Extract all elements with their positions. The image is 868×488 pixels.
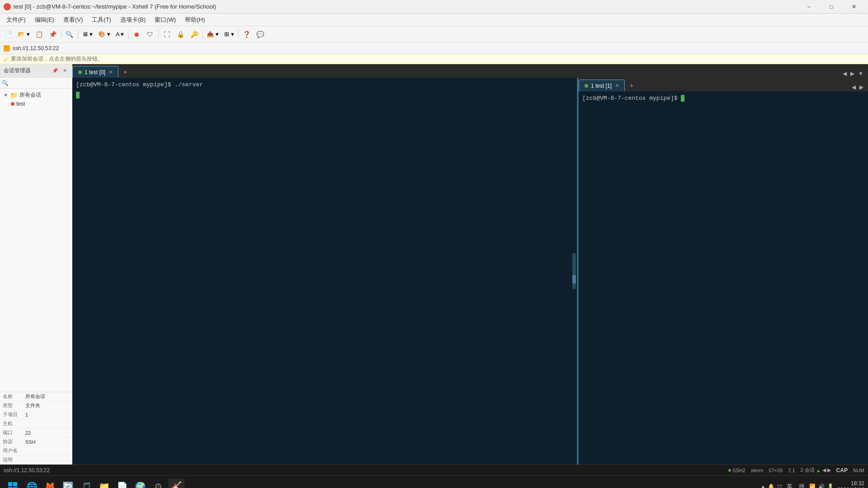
close-button[interactable]: ✕ bbox=[844, 0, 864, 14]
tree-group-header[interactable]: ▼ 📁 所有会话 bbox=[2, 90, 70, 100]
tray-lang-eng[interactable]: 英 bbox=[785, 482, 794, 488]
taskbar-explorer-icon[interactable]: 🌍 bbox=[132, 479, 148, 488]
window-controls: − □ ✕ bbox=[798, 0, 864, 14]
sidebar-header: 会话管理器 📌 ✕ bbox=[0, 64, 72, 78]
menu-edit[interactable]: 编辑(E) bbox=[30, 14, 59, 26]
minimize-button[interactable]: − bbox=[798, 0, 819, 14]
taskbar-xshell-icon[interactable]: 🎸 bbox=[168, 479, 184, 488]
paste-button[interactable]: 📌 bbox=[47, 28, 59, 41]
taskbar-pdf-icon[interactable]: 📄 bbox=[114, 479, 130, 488]
sidebar-close-button[interactable]: ✕ bbox=[61, 67, 68, 74]
ssh-status-dot bbox=[728, 469, 731, 472]
tray-lang-pinyin[interactable]: 拼 bbox=[797, 482, 807, 488]
info-value-child: 1 bbox=[23, 410, 72, 419]
info-label-proto: 协议 bbox=[0, 437, 23, 446]
tray-network-icon[interactable]: 🔔 bbox=[768, 483, 774, 488]
info-row-child: 子项目1 bbox=[0, 410, 72, 419]
session-status-dot bbox=[11, 102, 14, 106]
left-scrollbar[interactable] bbox=[572, 253, 576, 289]
restore-button[interactable]: □ bbox=[821, 0, 842, 14]
lock-button[interactable]: 🔒 bbox=[174, 28, 187, 41]
menu-help[interactable]: 帮助(H) bbox=[180, 14, 209, 26]
tab-right-active[interactable]: 1 test [1] ✕ bbox=[579, 80, 625, 91]
key-button[interactable]: 🔑 bbox=[188, 28, 200, 41]
chat-button[interactable]: 💬 bbox=[254, 28, 267, 41]
status-ssh-text: ssh://1.12.50.53:22 bbox=[4, 467, 50, 474]
right-tab-nav-buttons: ◀ ▶ bbox=[851, 83, 868, 91]
font-dropdown[interactable]: A ▾ bbox=[113, 28, 127, 41]
tray-wifi-icon[interactable]: 📶 bbox=[809, 483, 816, 488]
help-button[interactable]: ❓ bbox=[241, 28, 253, 41]
tab-nav-dropdown[interactable]: ▼ bbox=[857, 70, 864, 78]
menu-window[interactable]: 窗口(W) bbox=[150, 14, 180, 26]
taskbar-refresh-icon[interactable]: 🔄 bbox=[60, 479, 76, 488]
sidebar-controls: 📌 ✕ bbox=[51, 67, 68, 74]
taskbar-folder-icon[interactable]: 📁 bbox=[96, 479, 112, 488]
right-tab-nav-left[interactable]: ◀ bbox=[851, 83, 857, 91]
terminal-left-command: ./server bbox=[171, 81, 203, 88]
tray-expand[interactable]: ▲ bbox=[761, 484, 765, 488]
tab-right-close[interactable]: ✕ bbox=[615, 83, 619, 88]
system-tray: ▲ 🔔 🛡 英 拼 📶 🔊 🔋 bbox=[761, 482, 834, 488]
terminal-right-prompt: [zcb@VM-8-7-centos mypipe]$ bbox=[582, 95, 678, 102]
tab-left-active[interactable]: 1 test [0] ✕ bbox=[72, 66, 118, 78]
tab-nav-left[interactable]: ◀ bbox=[842, 70, 848, 78]
tab-left-close[interactable]: ✕ bbox=[109, 70, 113, 75]
copy-button[interactable]: 📋 bbox=[33, 28, 46, 41]
tree-item-test[interactable]: test bbox=[2, 100, 70, 108]
sidebar-title: 会话管理器 bbox=[4, 67, 31, 75]
tab-nav-right[interactable]: ▶ bbox=[849, 70, 855, 78]
terminal-left-prompt-line: [zcb@VM-8-7-centos mypipe]$ ./server bbox=[76, 81, 573, 88]
tree-group-all-sessions: ▼ 📁 所有会话 test bbox=[2, 90, 70, 108]
info-label-port: 端口 bbox=[0, 428, 23, 437]
left-terminal-pane[interactable]: [zcb@VM-8-7-centos mypipe]$ ./server bbox=[72, 78, 577, 465]
taskbar-music-icon[interactable]: 🎵 bbox=[78, 479, 94, 488]
menu-view[interactable]: 查看(V) bbox=[59, 14, 87, 26]
clock-time: 18:32 bbox=[837, 480, 864, 487]
menu-tabs[interactable]: 选项卡(B) bbox=[116, 14, 150, 26]
search-button[interactable]: 🔍 bbox=[63, 28, 76, 41]
tray-volume-icon[interactable]: 🔊 bbox=[818, 483, 825, 488]
sessions-text: 2 会话 bbox=[801, 467, 815, 474]
new-session-button[interactable]: 📄 bbox=[2, 28, 14, 41]
shield-button[interactable]: 🛡 bbox=[144, 28, 156, 41]
right-terminal-pane[interactable]: [zcb@VM-8-7-centos mypipe]$ bbox=[579, 91, 868, 465]
separator-6 bbox=[238, 30, 239, 39]
separator-5 bbox=[202, 30, 203, 39]
taskbar-settings-icon[interactable]: ⚙ bbox=[150, 479, 166, 488]
open-dropdown[interactable]: 📂 ▾ bbox=[15, 28, 32, 41]
info-value-proto: SSH bbox=[23, 437, 72, 446]
color-dropdown[interactable]: 🎨 ▾ bbox=[96, 28, 113, 41]
info-value-name: 所有会话 bbox=[23, 392, 72, 401]
info-value-desc bbox=[23, 455, 72, 465]
taskbar-firefox-icon[interactable]: 🦊 bbox=[42, 479, 58, 488]
layout-dropdown[interactable]: ⊞ ▾ bbox=[222, 28, 236, 41]
info-label-desc: 说明 bbox=[0, 455, 23, 465]
record-button[interactable]: ⏺ bbox=[130, 28, 143, 41]
sidebar-pin-button[interactable]: 📌 bbox=[51, 67, 60, 74]
system-clock[interactable]: 18:32 2022/12/18 bbox=[837, 480, 864, 488]
transfer-dropdown[interactable]: 📤 ▾ bbox=[204, 28, 221, 41]
status-cap: CAP bbox=[836, 467, 848, 474]
menu-file[interactable]: 文件(F) bbox=[2, 14, 30, 26]
fullscreen-button[interactable]: ⛶ bbox=[160, 28, 173, 41]
taskbar-edge-icon[interactable]: 🌐 bbox=[24, 479, 40, 488]
menu-tools[interactable]: 工具(T) bbox=[87, 14, 116, 26]
search-icon[interactable]: 🔍 bbox=[2, 80, 9, 86]
terminal-left-prompt: [zcb@VM-8-7-centos mypipe]$ bbox=[76, 81, 171, 88]
tray-battery-icon[interactable]: 🔋 bbox=[827, 483, 834, 488]
taskbar-right: ▲ 🔔 🛡 英 拼 📶 🔊 🔋 18:32 2022/12/18 bbox=[761, 480, 864, 488]
start-button[interactable] bbox=[4, 478, 22, 488]
right-tab-nav-right[interactable]: ▶ bbox=[859, 83, 864, 91]
info-label-type: 类型 bbox=[0, 401, 23, 410]
nav-left[interactable]: ◀ bbox=[822, 467, 826, 473]
view-dropdown[interactable]: 🖥 ▾ bbox=[80, 28, 95, 41]
tray-security-icon[interactable]: 🛡 bbox=[777, 484, 782, 488]
info-label-name: 名称 bbox=[0, 392, 23, 401]
info-row-name: 名称所有会话 bbox=[0, 392, 72, 401]
nav-right[interactable]: ▶ bbox=[827, 467, 831, 473]
tab-add-button[interactable]: + bbox=[119, 66, 131, 78]
right-tab-add-button[interactable]: + bbox=[626, 80, 637, 91]
tab-active-dot bbox=[78, 70, 82, 74]
status-bar: ssh://1.12.50.53:22 SSH2 xterm 57×29 7,1… bbox=[0, 465, 868, 475]
